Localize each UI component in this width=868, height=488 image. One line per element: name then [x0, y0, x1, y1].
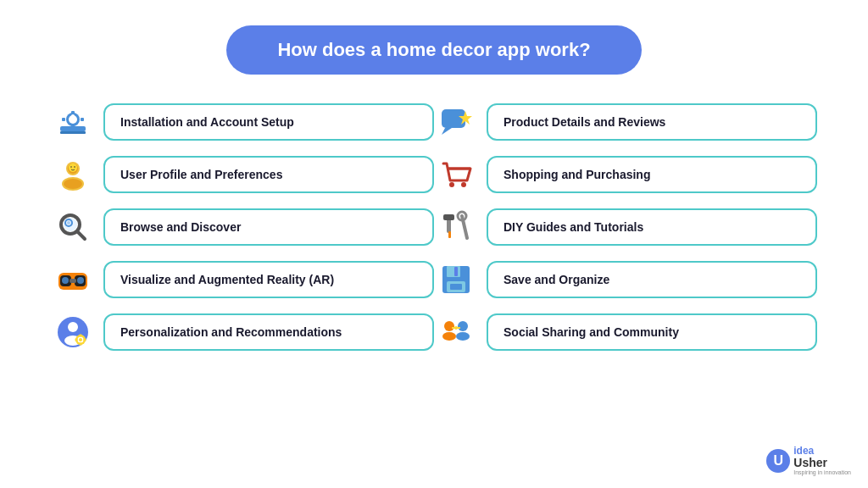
svg-rect-4 [71, 111, 75, 114]
svg-point-8 [71, 114, 75, 118]
svg-line-18 [77, 231, 85, 239]
svg-point-40 [449, 182, 454, 187]
label-social: Social Sharing and Community [487, 313, 817, 351]
label-save: Save and Organize [487, 261, 817, 298]
label-installation: Installation and Account Setup [103, 103, 434, 141]
svg-rect-49 [447, 266, 460, 277]
logo-usher: Usher [793, 457, 851, 469]
svg-rect-34 [80, 343, 82, 346]
icon-social [434, 310, 478, 354]
label-browse: Browse and Discover [103, 208, 434, 246]
icon-installation [51, 100, 95, 144]
feature-row-diy: DIY Guides and Tutorials [434, 205, 817, 249]
label-product: Product Details and Reviews [487, 103, 817, 141]
svg-rect-36 [84, 339, 86, 341]
svg-rect-5 [71, 125, 75, 128]
left-column: Installation and Account Setup [51, 100, 434, 354]
feature-row-installation: Installation and Account Setup [51, 100, 434, 144]
svg-rect-7 [81, 118, 84, 121]
svg-point-58 [454, 326, 458, 330]
label-shopping: Shopping and Purchasing [487, 156, 817, 193]
icon-save [434, 258, 478, 302]
svg-point-54 [442, 332, 456, 341]
icon-shopping [434, 152, 478, 197]
icon-product [434, 100, 478, 144]
logo-text: idea Usher Inspiring in innovation [793, 446, 851, 476]
svg-point-56 [456, 332, 470, 341]
feature-row-ar: Visualize and Augmented Reality (AR) [51, 258, 434, 302]
svg-point-53 [444, 321, 454, 331]
feature-row-product: Product Details and Reviews [434, 100, 817, 144]
right-column: Product Details and Reviews Shopping and… [434, 100, 817, 354]
main-title: How does a home decor app work? [277, 39, 590, 61]
svg-point-13 [69, 164, 77, 172]
icon-ar [51, 258, 95, 302]
svg-point-24 [62, 277, 69, 284]
svg-rect-1 [60, 131, 86, 134]
svg-point-28 [68, 322, 78, 332]
svg-rect-52 [450, 284, 462, 290]
svg-point-55 [458, 321, 468, 331]
svg-rect-33 [80, 335, 82, 337]
logo-idea: idea [793, 446, 851, 457]
logo-icon: U [766, 449, 790, 473]
svg-rect-6 [62, 118, 65, 121]
svg-rect-50 [454, 267, 458, 276]
feature-row-shopping: Shopping and Purchasing [434, 152, 817, 197]
icon-user-profile [51, 152, 95, 197]
feature-row-browse: Browse and Discover [51, 205, 434, 249]
svg-point-41 [461, 182, 466, 187]
logo-area: U idea Usher Inspiring in innovation [766, 446, 851, 476]
icon-browse [51, 205, 95, 249]
svg-marker-38 [442, 128, 452, 135]
svg-point-32 [79, 338, 82, 341]
svg-point-20 [67, 221, 70, 225]
label-diy: DIY Guides and Tutorials [487, 208, 817, 246]
svg-point-25 [77, 277, 84, 284]
svg-rect-26 [70, 279, 76, 283]
logo-tagline: Inspiring in innovation [793, 469, 851, 476]
svg-rect-44 [443, 214, 454, 220]
svg-point-15 [74, 166, 75, 168]
header-pill: How does a home decor app work? [226, 25, 641, 75]
feature-row-user-profile: User Profile and Preferences [51, 152, 434, 197]
icon-personalization [51, 310, 95, 354]
feature-row-personalization: Personalization and Recommendations [51, 310, 434, 354]
label-user-profile: User Profile and Preferences [103, 156, 434, 193]
header-section: How does a home decor app work? [0, 0, 868, 92]
feature-row-save: Save and Organize [434, 258, 817, 302]
icon-diy [434, 205, 478, 249]
svg-point-12 [64, 179, 82, 189]
svg-rect-35 [75, 339, 78, 341]
svg-point-14 [70, 166, 72, 168]
label-ar: Visualize and Augmented Reality (AR) [103, 261, 434, 298]
svg-rect-47 [448, 231, 451, 238]
label-personalization: Personalization and Recommendations [103, 313, 434, 351]
feature-row-social: Social Sharing and Community [434, 310, 817, 354]
content-grid: Installation and Account Setup [0, 100, 868, 354]
